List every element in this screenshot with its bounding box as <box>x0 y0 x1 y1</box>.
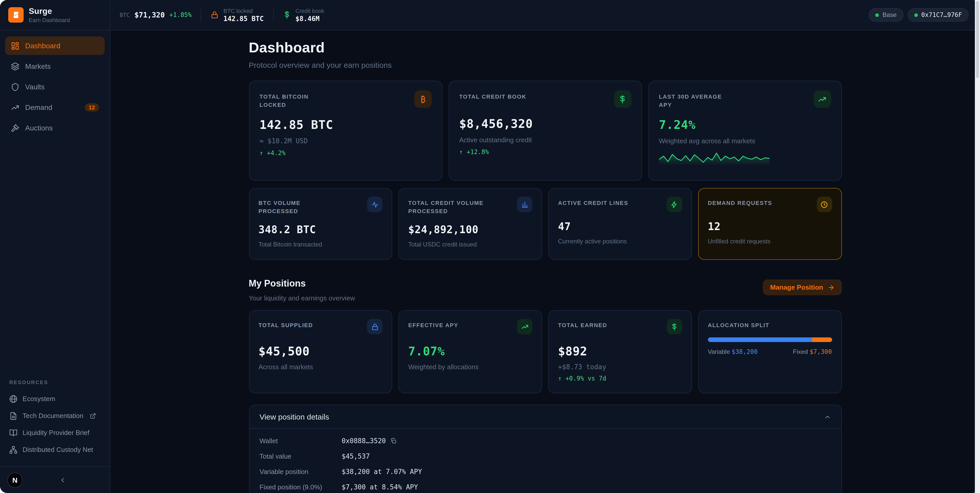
divider <box>273 8 274 22</box>
resources-section: RESOURCES Ecosystem Tech Documentation L… <box>0 380 110 461</box>
card-total-bitcoin-locked: TOTAL BITCOIN LOCKED 142.85 BTC ≈ $10.2M… <box>249 81 442 181</box>
allocation-variable-value: $38,200 <box>732 348 757 355</box>
credit-book-label: Credit book <box>296 8 325 14</box>
main-area: BTC $71,320 +1.85% BTC locked 142.85 BTC <box>110 0 980 493</box>
sidebar-item-label: Auctions <box>25 124 52 132</box>
network-badge[interactable]: Base <box>869 8 903 22</box>
user-avatar[interactable]: N <box>7 472 22 488</box>
sidebar-collapse-button[interactable] <box>22 476 103 483</box>
resource-label: Distributed Custody Net <box>22 446 93 453</box>
card-label: TOTAL CREDIT BOOK <box>459 90 527 101</box>
positions-header: My Positions Your liquidity and earnings… <box>249 278 842 302</box>
sidebar-item-label: Markets <box>25 62 51 70</box>
sidebar-item-auctions[interactable]: Auctions <box>5 119 105 137</box>
card-effective-apy: EFFECTIVE APY 7.07% Weighted by allocati… <box>399 310 542 393</box>
brand-subtitle: Earn Dashboard <box>29 17 70 23</box>
resource-distributed-custody-net[interactable]: Distributed Custody Net <box>5 441 105 458</box>
sidebar-item-label: Demand <box>25 103 52 112</box>
book-open-icon <box>9 429 18 437</box>
topbar: BTC $71,320 +1.85% BTC locked 142.85 BTC <box>110 0 980 30</box>
position-value: 7.07% <box>408 345 533 358</box>
detail-label: Variable position <box>259 467 342 475</box>
card-label: TOTAL EARNED <box>558 319 607 329</box>
detail-row-variable-position: Variable position $38,200 at 7.07% APY <box>259 464 831 479</box>
stat-sub: ≈ $10.2M USD <box>259 137 431 145</box>
file-text-icon <box>9 412 18 420</box>
wallet-address-badge[interactable]: 0x71C7…976F <box>907 8 969 22</box>
btc-price-ticker: BTC $71,320 +1.85% <box>119 11 192 19</box>
card-label: TOTAL BITCOIN LOCKED <box>259 90 337 109</box>
positions-subtitle: Your liquidity and earnings overview <box>249 294 355 302</box>
surge-logo-icon <box>8 7 24 22</box>
allocation-bar-fixed <box>812 337 832 342</box>
arrow-right-icon <box>827 284 834 291</box>
resources-heading: RESOURCES <box>5 380 105 385</box>
metric-value: $24,892,100 <box>408 223 533 236</box>
sidebar-item-vaults[interactable]: Vaults <box>5 78 105 96</box>
resource-label: Ecosystem <box>22 395 55 403</box>
card-demand-requests: DEMAND REQUESTS 12 Unfilled credit reque… <box>698 188 842 260</box>
card-label: ALLOCATION SPLIT <box>708 319 770 329</box>
gavel-icon <box>11 123 19 132</box>
card-btc-volume-processed: BTC VOLUME PROCESSED 348.2 BTC Total Bit… <box>249 188 393 260</box>
detail-label: Fixed position (9.0%) <box>259 483 342 491</box>
position-details-title: View position details <box>259 412 329 421</box>
resource-tech-documentation[interactable]: Tech Documentation <box>5 407 105 424</box>
trending-up-icon <box>813 90 831 108</box>
page-title: Dashboard <box>249 40 842 56</box>
resource-label: Tech Documentation <box>22 412 83 420</box>
sidebar-item-label: Dashboard <box>25 41 60 50</box>
card-label: ACTIVE CREDIT LINES <box>558 197 628 207</box>
metric-sub: Unfilled credit requests <box>708 238 832 245</box>
trending-up-icon <box>517 319 532 334</box>
divider <box>201 8 202 22</box>
bitcoin-icon <box>414 90 431 108</box>
allocation-variable: Variable $38,200 <box>708 348 758 355</box>
credit-book-value: $8.46M <box>296 14 325 22</box>
detail-row-total-value: Total value $45,537 <box>259 448 831 464</box>
resource-liquidity-provider-brief[interactable]: Liquidity Provider Brief <box>5 424 105 441</box>
position-sub: Across all markets <box>258 363 383 371</box>
sidebar-item-dashboard[interactable]: Dashboard <box>5 37 105 55</box>
card-label: EFFECTIVE APY <box>408 319 458 329</box>
brand-name: Surge <box>29 7 70 16</box>
allocation-legend: Variable $38,200 Fixed $7,300 <box>708 348 832 355</box>
stat-value: 142.85 BTC <box>259 118 431 131</box>
dashboard-icon <box>11 41 19 50</box>
manage-position-button[interactable]: Manage Position <box>763 279 842 295</box>
trending-up-icon <box>11 103 19 112</box>
detail-value: $45,537 <box>342 452 370 460</box>
resource-ecosystem[interactable]: Ecosystem <box>5 390 105 407</box>
position-sub: +$8.73 today <box>558 363 682 371</box>
sidebar-item-demand[interactable]: Demand 12 <box>5 98 105 116</box>
ticker-change: +1.85% <box>169 11 192 19</box>
external-link-icon <box>89 413 96 419</box>
position-details-toggle[interactable]: View position details <box>249 405 841 429</box>
network-name: Base <box>883 11 897 19</box>
detail-value: $7,300 at 8.54% APY <box>342 483 418 491</box>
btc-locked-text: BTC locked 142.85 BTC <box>224 8 264 22</box>
topbar-right: Base 0x71C7…976F <box>869 8 969 22</box>
metric-sub: Total Bitcoin transacted <box>258 241 383 248</box>
allocation-bar-variable <box>708 337 812 342</box>
activity-icon <box>367 197 383 212</box>
copy-icon[interactable] <box>390 437 396 444</box>
stat-value: 7.24% <box>659 118 831 131</box>
sidebar-item-markets[interactable]: Markets <box>5 57 105 75</box>
allocation-fixed: Fixed $7,300 <box>793 348 832 355</box>
apy-sparkline-chart <box>659 149 769 165</box>
position-details-rows: Wallet 0x0888…3520 Total value $45,537 <box>249 429 841 493</box>
detail-value: $38,200 at 7.07% APY <box>342 467 422 475</box>
status-dot <box>914 13 918 17</box>
card-label: BTC VOLUME PROCESSED <box>258 197 336 215</box>
network-icon <box>9 445 18 454</box>
position-change: ↑ +0.9% vs 7d <box>558 375 682 382</box>
metric-sub: Total USDC credit issued <box>408 241 533 248</box>
card-label: DEMAND REQUESTS <box>708 197 772 207</box>
card-total-credit-volume-processed: TOTAL CREDIT VOLUME PROCESSED $24,892,10… <box>399 188 542 260</box>
allocation-fixed-value: $7,300 <box>810 348 832 355</box>
position-details-panel: View position details Wallet 0x0888…3520 <box>249 405 842 493</box>
page-scrollbar[interactable] <box>975 0 980 493</box>
scrollbar-thumb[interactable] <box>976 1 979 78</box>
chevron-left-icon <box>59 476 66 483</box>
